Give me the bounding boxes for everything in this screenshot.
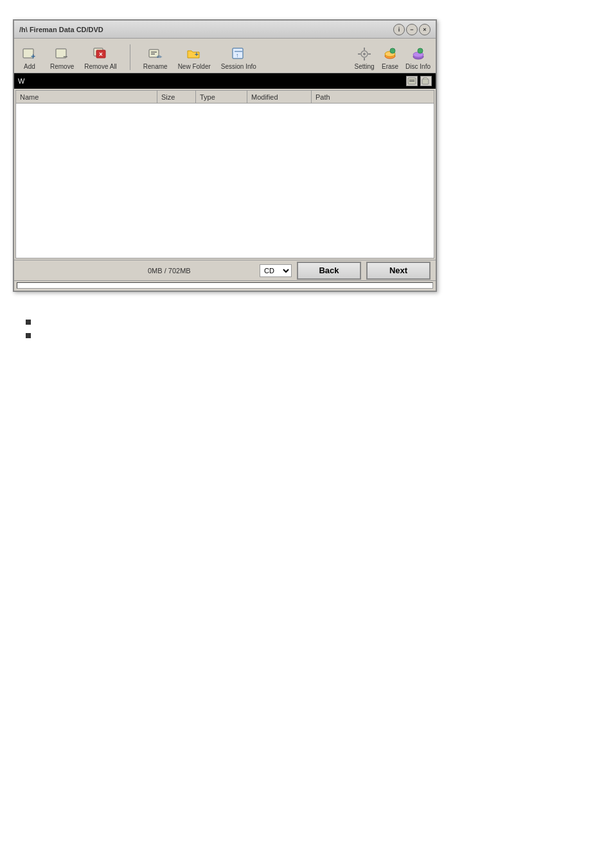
toolbar-sep-1 <box>130 44 130 70</box>
page-wrapper: /h\ Fireman Data CD/DVD i − × + Add <box>0 0 613 868</box>
col-header-name[interactable]: Name <box>16 91 157 103</box>
add-button[interactable]: + Add <box>19 46 40 70</box>
setting-icon <box>357 46 372 62</box>
svg-text:+: + <box>195 51 199 58</box>
svg-rect-29 <box>409 81 414 82</box>
col-header-size[interactable]: Size <box>157 91 196 103</box>
progress-bar-container <box>14 280 436 291</box>
title-left: /h\ Fireman Data CD/DVD <box>19 26 103 33</box>
close-button[interactable]: × <box>419 24 431 35</box>
svg-rect-30 <box>422 79 429 84</box>
address-icon-2[interactable] <box>420 76 432 86</box>
new-folder-icon: + <box>186 46 202 62</box>
svg-text:×: × <box>99 51 103 58</box>
bullet-item-2 <box>26 331 587 338</box>
toolbar: + Add − Remove <box>14 39 436 73</box>
svg-text:+: + <box>31 52 35 61</box>
setting-button[interactable]: Setting <box>354 46 375 70</box>
svg-point-23 <box>390 48 395 53</box>
rename-label: Rename <box>143 63 168 70</box>
new-folder-label: New Folder <box>178 63 211 70</box>
size-info: 0MB / 702MB <box>19 267 191 275</box>
remove-button[interactable]: − Remove <box>50 46 74 70</box>
address-bar <box>14 73 436 89</box>
app-title: /h\ Fireman Data CD/DVD <box>19 26 103 33</box>
next-button[interactable]: Next <box>366 262 431 280</box>
svg-rect-20 <box>368 53 371 55</box>
disc-info-label: Disc Info <box>405 63 431 70</box>
col-header-path[interactable]: Path <box>312 91 434 103</box>
bullet-square-1 <box>26 320 31 325</box>
back-button[interactable]: Back <box>297 262 361 280</box>
toolbar-right: Setting Erase <box>354 46 431 70</box>
svg-point-16 <box>363 53 366 55</box>
rename-icon: ✏ <box>148 46 163 62</box>
erase-icon <box>382 46 398 62</box>
svg-rect-19 <box>358 53 360 55</box>
address-input[interactable] <box>18 77 406 85</box>
col-header-modified[interactable]: Modified <box>247 91 312 103</box>
setting-label: Setting <box>355 63 375 70</box>
new-folder-button[interactable]: + New Folder <box>178 46 211 70</box>
disc-info-icon <box>411 46 426 62</box>
remove-icon: − <box>55 46 70 62</box>
add-label: Add <box>24 63 35 70</box>
info-button[interactable]: i <box>393 24 405 35</box>
disc-type-select[interactable]: CD DVD <box>260 264 292 277</box>
add-icon: + <box>22 46 37 62</box>
svg-text:✏: ✏ <box>157 53 163 60</box>
remove-all-icon: × <box>93 46 109 62</box>
file-list-body[interactable] <box>16 104 434 258</box>
erase-button[interactable]: Erase <box>380 46 400 70</box>
title-controls: i − × <box>393 24 431 35</box>
bullet-list <box>26 318 587 338</box>
file-list-container: Name Size Type Modified Path <box>15 90 434 258</box>
erase-label: Erase <box>382 63 398 70</box>
session-info-label: Session Info <box>221 63 256 70</box>
column-headers: Name Size Type Modified Path <box>16 91 434 104</box>
title-bar: /h\ Fireman Data CD/DVD i − × <box>14 21 436 39</box>
address-icon-1[interactable] <box>406 76 418 86</box>
remove-all-label: Remove All <box>84 63 117 70</box>
content-section <box>13 318 600 345</box>
svg-rect-18 <box>364 58 365 60</box>
svg-text:−: − <box>63 52 67 61</box>
disc-info-button[interactable]: Disc Info <box>405 46 431 70</box>
session-info-icon: ↑ <box>231 46 246 62</box>
status-bar: 0MB / 702MB CD DVD Back Next <box>14 260 436 280</box>
progress-bar-track <box>17 282 433 289</box>
svg-point-26 <box>418 48 423 53</box>
remove-label: Remove <box>50 63 74 70</box>
session-info-button[interactable]: ↑ Session Info <box>221 46 256 70</box>
remove-all-button[interactable]: × Remove All <box>84 46 117 70</box>
svg-rect-17 <box>364 48 365 50</box>
svg-rect-28 <box>409 80 414 80</box>
col-header-type[interactable]: Type <box>196 91 247 103</box>
minimize-button[interactable]: − <box>406 24 418 35</box>
address-icons <box>406 76 432 86</box>
app-window: /h\ Fireman Data CD/DVD i − × + Add <box>13 19 437 292</box>
bullet-square-2 <box>26 333 31 338</box>
bullet-item-1 <box>26 318 587 325</box>
rename-button[interactable]: ✏ Rename <box>143 46 168 70</box>
svg-text:↑: ↑ <box>236 52 239 59</box>
